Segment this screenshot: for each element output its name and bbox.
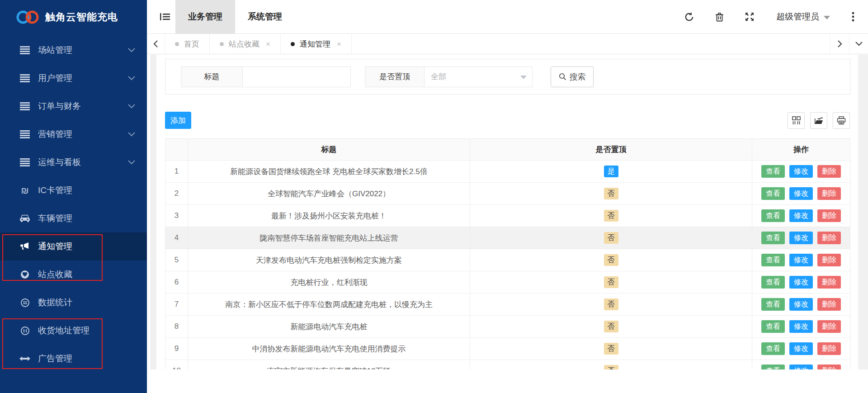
delete-button[interactable]: 删除 [817,187,841,200]
view-button[interactable]: 查看 [761,342,785,355]
sidebar-item[interactable]: 用户管理 [0,64,147,92]
edit-button[interactable]: 修改 [789,254,813,266]
delete-button[interactable]: 删除 [817,320,841,333]
edit-button[interactable]: 修改 [789,165,813,178]
row-index: 3 [165,205,188,227]
view-button[interactable]: 查看 [761,232,785,244]
page-tab[interactable]: 通知管理 × [281,34,352,54]
delete-button[interactable]: 删除 [817,165,841,178]
pinned-badge: 否 [604,343,618,355]
chat-icon [18,298,32,308]
edit-button[interactable]: 修改 [789,232,813,244]
view-button[interactable]: 查看 [761,276,785,289]
title-filter-input[interactable] [243,66,351,87]
row-actions: 查看 修改 删除 [752,294,850,315]
sidebar-item-label: 用户管理 [38,72,128,84]
add-button[interactable]: 添加 [165,112,191,129]
tab-status-dot [220,42,224,46]
row-title: 全球智能汽车产业峰会（GIV2022） [188,183,470,204]
delete-button[interactable]: 删除 [817,254,841,266]
row-actions: 查看 修改 删除 [752,227,850,249]
delete-button[interactable]: 删除 [817,276,841,289]
sidebar-item[interactable]: 站点收藏 [0,260,147,289]
header-menu-item[interactable]: 业务管理 [175,0,235,33]
pinned-badge: 否 [604,276,618,288]
sidebar-item[interactable]: 通知管理 [0,232,147,260]
pinned-badge: 否 [604,232,618,244]
header-bar: 业务管理 系统管理 超级管理员 [147,0,868,34]
sidebar-item-label: 站点收藏 [38,269,135,280]
page-tab[interactable]: 首页 [165,34,210,54]
row-index: 8 [165,316,188,337]
more-options-icon[interactable] [848,12,858,22]
user-menu[interactable]: 超级管理员 [776,11,830,23]
select-caret-icon [520,76,527,79]
refresh-icon[interactable] [684,12,694,22]
sidebar-item[interactable]: 车辆管理 [0,204,147,232]
view-button[interactable]: 查看 [761,209,785,222]
chevron-down-icon [128,160,135,165]
edit-button[interactable]: 修改 [789,342,813,355]
header-menu: 业务管理 系统管理 [175,0,295,33]
edit-button[interactable]: 修改 [789,187,813,200]
sidebar-item[interactable]: 广告管理 [0,345,147,373]
delete-button[interactable]: 删除 [817,232,841,244]
sidebar-item[interactable]: 数据统计 [0,289,147,317]
sidebar-item[interactable]: 场站管理 [0,36,147,64]
view-button[interactable]: 查看 [761,320,785,333]
caret-down-icon [824,16,830,19]
export-button[interactable] [810,112,827,129]
fullscreen-icon[interactable] [745,12,755,22]
print-button[interactable] [833,112,850,129]
header-menu-item[interactable]: 系统管理 [235,0,295,33]
delete-button[interactable]: 删除 [817,365,841,369]
chevron-down-icon [128,76,135,80]
search-button[interactable]: 搜索 [551,66,594,87]
content-area: 标题 是否置顶 全部 搜索 添加 [147,55,868,369]
pinned-badge: 否 [604,188,618,199]
columns-filter-button[interactable] [788,112,805,129]
main-area: 业务管理 系统管理 超级管理员 [147,0,868,393]
row-index: 5 [165,249,188,271]
delete-button[interactable]: 删除 [817,298,841,311]
tabs-scroll-right-button[interactable] [830,34,849,54]
pinned-filter-label: 是否置顶 [365,66,425,87]
tabs-scroll-left-button[interactable] [147,34,165,54]
row-index: 9 [165,338,188,360]
pinned-badge: 否 [604,321,618,332]
view-button[interactable]: 查看 [761,365,785,369]
row-pinned-cell: 否 [470,205,752,227]
clear-cache-trash-icon[interactable] [714,12,724,22]
view-button[interactable]: 查看 [761,254,785,266]
edit-button[interactable]: 修改 [789,298,813,311]
row-title: 中消协发布新能源电动汽车充电使用消费提示 [188,338,470,360]
view-button[interactable]: 查看 [761,298,785,311]
row-pinned-cell: 否 [470,227,752,249]
collapse-sidebar-button[interactable] [159,0,171,33]
page-tab[interactable]: 站点收藏 × [210,34,281,54]
actions-header-cell: 操作 [752,139,850,160]
edit-button[interactable]: 修改 [789,365,813,369]
content-scrollbar-track[interactable] [858,55,868,369]
tab-close-icon[interactable]: × [266,40,270,48]
tab-label: 通知管理 [300,39,330,49]
tabs-menu-chevron-button[interactable] [849,34,868,54]
delete-button[interactable]: 删除 [817,342,841,355]
table-row: 4 陇南智慧停车场首座智能充电站上线运营 否 查看 修改 删除 [165,227,850,249]
delete-button[interactable]: 删除 [817,209,841,222]
edit-button[interactable]: 修改 [789,276,813,289]
pinned-filter-select[interactable]: 全部 [425,66,533,87]
sidebar-item[interactable]: 运维与看板 [0,148,147,176]
sidebar-item[interactable]: ₪ IC卡管理 [0,176,147,204]
header-right: 超级管理员 [664,0,858,33]
edit-button[interactable]: 修改 [789,209,813,222]
menu-fold-icon [160,13,170,21]
edit-button[interactable]: 修改 [789,320,813,333]
tab-close-icon[interactable]: × [337,40,341,48]
sidebar-item[interactable]: 营销管理 [0,120,147,148]
sidebar-item[interactable]: 订单与财务 [0,92,147,120]
view-button[interactable]: 查看 [761,165,785,178]
sidebar-item[interactable]: 收货地址管理 [0,317,147,345]
sidebar-item-label: 收货地址管理 [38,325,135,336]
view-button[interactable]: 查看 [761,187,785,200]
